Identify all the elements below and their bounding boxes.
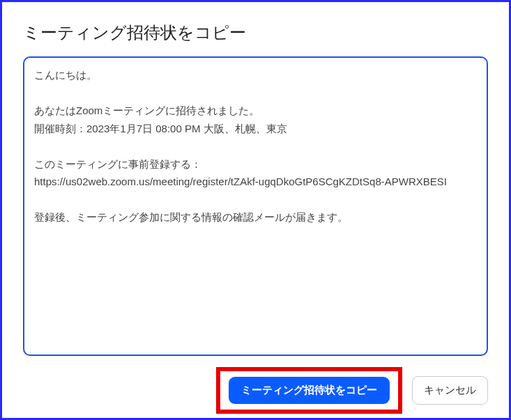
annotation-highlight-box: ミーティング招待状をコピー [216,367,402,414]
invitation-textarea[interactable] [23,56,488,356]
modal-frame: ミーティング招待状をコピー ミーティング招待状をコピー キャンセル [0,0,511,420]
modal-title: ミーティング招待状をコピー [23,22,488,44]
copy-invitation-modal: ミーティング招待状をコピー ミーティング招待状をコピー キャンセル [2,2,509,420]
button-row: ミーティング招待状をコピー キャンセル [23,367,488,414]
copy-invitation-button[interactable]: ミーティング招待状をコピー [229,377,390,404]
cancel-button[interactable]: キャンセル [412,376,488,405]
